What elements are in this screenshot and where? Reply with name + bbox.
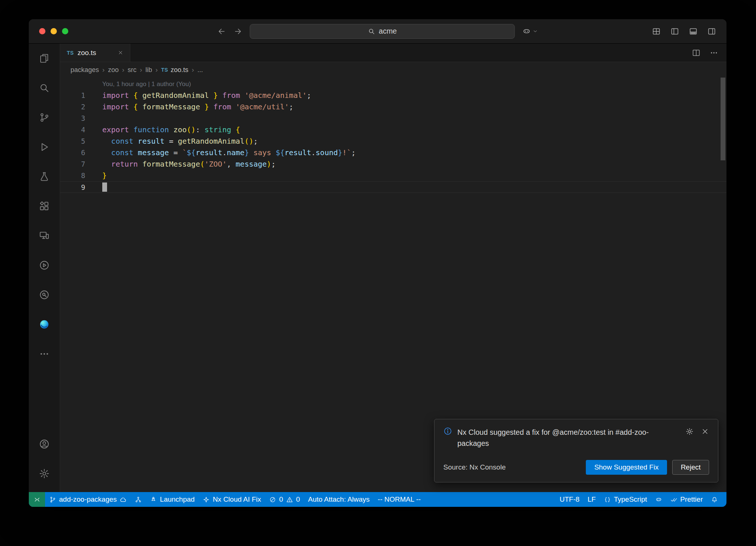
doublecheck-icon bbox=[670, 496, 677, 503]
vim-mode-label: -- NORMAL -- bbox=[378, 495, 420, 504]
copilot-status[interactable] bbox=[651, 492, 666, 507]
code-text: const message = `${result.name} says ${r… bbox=[102, 147, 355, 158]
search-value: acme bbox=[379, 27, 397, 35]
activity-source-control[interactable] bbox=[29, 103, 60, 132]
split-editor-icon[interactable] bbox=[692, 48, 701, 57]
window-controls bbox=[39, 28, 68, 34]
notifications-bell[interactable] bbox=[707, 492, 722, 507]
encoding[interactable]: UTF-8 bbox=[556, 492, 584, 507]
language-mode[interactable]: TypeScript bbox=[600, 492, 651, 507]
braces-icon bbox=[604, 496, 611, 503]
breadcrumb-file[interactable]: TSzoo.ts bbox=[161, 66, 188, 74]
testing-icon bbox=[39, 171, 50, 182]
close-tab-icon[interactable] bbox=[118, 50, 123, 55]
activity-nx-run[interactable] bbox=[29, 250, 60, 280]
code-line: 5 const result = getRandomAnimal(); bbox=[60, 136, 726, 147]
breadcrumb-item-packages[interactable]: packages bbox=[71, 66, 99, 74]
close-window-button[interactable] bbox=[39, 28, 45, 34]
code-text: const result = getRandomAnimal(); bbox=[102, 136, 258, 147]
notification-close-icon[interactable] bbox=[701, 427, 709, 436]
auto-attach-label: Auto Attach: Always bbox=[308, 495, 370, 504]
code-area: 1import { getRandomAnimal } from '@acme/… bbox=[60, 90, 726, 193]
minimize-window-button[interactable] bbox=[51, 28, 57, 34]
vim-mode[interactable]: -- NORMAL -- bbox=[374, 492, 425, 507]
activity-explorer[interactable] bbox=[29, 44, 60, 73]
language-mode-label: TypeScript bbox=[614, 495, 647, 504]
activity-run-debug[interactable] bbox=[29, 132, 60, 162]
toggle-panel-icon[interactable] bbox=[689, 27, 698, 36]
code-line: 7 return formatMessage('ZOO', message); bbox=[60, 158, 726, 170]
git-branch[interactable]: add-zoo-packages bbox=[45, 492, 131, 507]
breadcrumb-item-lib[interactable]: lib bbox=[145, 66, 152, 74]
code-line: 9 bbox=[60, 181, 726, 193]
line-number: 5 bbox=[60, 136, 85, 147]
notification-message: Nx Cloud suggested a fix for @acme/zoo:t… bbox=[457, 427, 664, 449]
formatter[interactable]: Prettier bbox=[666, 492, 707, 507]
back-icon[interactable] bbox=[217, 27, 226, 36]
extensions-icon bbox=[39, 201, 50, 212]
line-number: 2 bbox=[60, 101, 85, 113]
breadcrumb-more[interactable]: ... bbox=[197, 66, 203, 74]
nx-cloud-ai-fix-label: Nx Cloud AI Fix bbox=[213, 495, 261, 504]
activity-search[interactable] bbox=[29, 73, 60, 103]
activity-remote-explorer[interactable] bbox=[29, 221, 60, 250]
reject-button[interactable]: Reject bbox=[672, 460, 709, 475]
maximize-window-button[interactable] bbox=[62, 28, 68, 34]
activity-nx-inspect[interactable] bbox=[29, 280, 60, 310]
launchpad[interactable]: Launchpad bbox=[146, 492, 199, 507]
typescript-file-icon: TS bbox=[67, 50, 74, 56]
code-line: 1import { getRandomAnimal } from '@acme/… bbox=[60, 90, 726, 101]
sparkle-icon bbox=[203, 496, 210, 503]
code-text: export function zoo(): string { bbox=[102, 124, 240, 136]
nx-cloud-ai-fix[interactable]: Nx Cloud AI Fix bbox=[199, 492, 265, 507]
activity-more[interactable] bbox=[29, 339, 60, 369]
activity-testing[interactable] bbox=[29, 162, 60, 191]
breadcrumb: packages›zoo›src›lib›TSzoo.ts›... bbox=[60, 62, 726, 78]
warning-icon bbox=[286, 496, 293, 503]
status-bar-left: add-zoo-packagesLaunchpadNx Cloud AI Fix… bbox=[29, 492, 425, 507]
nx-graph[interactable] bbox=[131, 492, 146, 507]
notification-settings-icon[interactable] bbox=[685, 427, 694, 436]
breadcrumb-separator: › bbox=[140, 66, 142, 74]
line-number: 1 bbox=[60, 90, 85, 101]
activity-bar-bottom bbox=[29, 429, 60, 488]
auto-attach[interactable]: Auto Attach: Always bbox=[304, 492, 374, 507]
activity-edge-tools[interactable] bbox=[29, 310, 60, 339]
bell-icon bbox=[711, 496, 718, 503]
nx-inspect-icon bbox=[39, 289, 50, 300]
activity-extensions[interactable] bbox=[29, 191, 60, 221]
more-icon bbox=[39, 348, 50, 359]
title-bar: acme bbox=[29, 19, 726, 44]
code-line: 4export function zoo(): string { bbox=[60, 124, 726, 136]
more-actions-icon[interactable] bbox=[709, 48, 718, 57]
copilot-menu[interactable] bbox=[522, 27, 538, 36]
notification-toast: Nx Cloud suggested a fix for @acme/zoo:t… bbox=[434, 419, 718, 482]
editor-actions bbox=[692, 44, 726, 62]
toggle-secondary-sidebar-icon[interactable] bbox=[707, 27, 716, 36]
tab-bar: TSzoo.ts bbox=[60, 44, 726, 62]
line-number: 7 bbox=[60, 158, 85, 170]
customize-layout-icon[interactable] bbox=[652, 27, 661, 36]
editor-scrollbar[interactable] bbox=[721, 78, 725, 160]
branch-icon bbox=[49, 496, 56, 503]
copilot-icon bbox=[522, 27, 531, 36]
breadcrumb-item-src[interactable]: src bbox=[128, 66, 137, 74]
activity-account[interactable] bbox=[29, 429, 60, 459]
toggle-sidebar-icon[interactable] bbox=[670, 27, 679, 36]
code-line: 3 bbox=[60, 113, 726, 124]
command-center-search[interactable]: acme bbox=[250, 24, 515, 39]
tab-zoo.ts[interactable]: TSzoo.ts bbox=[60, 44, 130, 62]
activity-settings[interactable] bbox=[29, 459, 60, 488]
breadcrumb-item-zoo[interactable]: zoo bbox=[108, 66, 118, 74]
vscode-window: acme TSzoo.ts bbox=[29, 19, 726, 507]
eol[interactable]: LF bbox=[584, 492, 600, 507]
problems[interactable]: 00 bbox=[265, 492, 304, 507]
code-text: import { formatMessage } from '@acme/uti… bbox=[102, 101, 293, 113]
code-line: 2import { formatMessage } from '@acme/ut… bbox=[60, 101, 726, 113]
forward-icon[interactable] bbox=[234, 27, 243, 36]
show-suggested-fix-button[interactable]: Show Suggested Fix bbox=[586, 460, 667, 475]
breadcrumb-separator: › bbox=[192, 66, 194, 74]
copilot-icon bbox=[655, 496, 662, 503]
code-text: return formatMessage('ZOO', message); bbox=[102, 158, 276, 170]
remote-indicator[interactable] bbox=[29, 492, 45, 507]
